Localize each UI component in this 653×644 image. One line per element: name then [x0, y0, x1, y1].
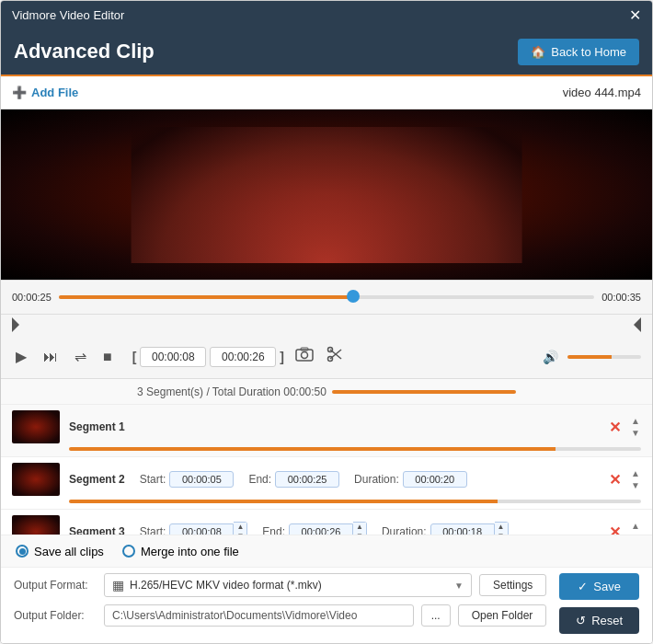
close-button[interactable]: ✕	[629, 6, 641, 24]
segment-2-end-field: End: 00:00:25	[248, 471, 339, 488]
segment-3-up-button[interactable]: ▲	[630, 521, 641, 532]
segment-3-start-spin: 00:00:08 ▲ ▼	[169, 522, 247, 535]
page-title: Advanced Clip	[14, 40, 155, 63]
segment-1-up-button[interactable]: ▲	[630, 416, 641, 427]
time-display: [ 00:00:08 00:00:26 ]	[132, 347, 284, 367]
segment-2-remove-button[interactable]: ✕	[609, 471, 621, 489]
save-checkmark-icon: ✓	[578, 580, 588, 593]
action-buttons: ✓ Save ↺ Reset	[559, 573, 639, 634]
app-window: Vidmore Video Editor ✕ Advanced Clip 🏠 B…	[0, 0, 653, 644]
end-label: End:	[248, 473, 271, 486]
segment-1-arrows: ▲ ▼	[630, 416, 641, 439]
window-title: Vidmore Video Editor	[12, 8, 124, 22]
segment-3-info: Segment 3 Start: 00:00:08 ▲ ▼ End:	[69, 522, 592, 535]
format-label: Output Format:	[14, 579, 97, 592]
segment-3-row-top: Segment 3 Start: 00:00:08 ▲ ▼ End:	[12, 515, 641, 535]
video-thumbnail	[1, 109, 652, 280]
segment-3-remove-button[interactable]: ✕	[609, 523, 621, 535]
segment-2-down-button[interactable]: ▼	[630, 480, 641, 491]
loop-button[interactable]: ⇌	[71, 346, 90, 367]
trim-handle-right[interactable]	[634, 317, 641, 332]
segment-3-thumbnail	[12, 515, 60, 535]
segment-3-start-up[interactable]: ▲	[234, 523, 246, 532]
cut-button[interactable]	[325, 344, 347, 369]
browse-folder-button[interactable]: ...	[421, 604, 451, 627]
format-select[interactable]: ▦ H.265/HEVC MKV video format (*.mkv) ▼	[104, 573, 472, 597]
segment-3-end-spin: 00:00:26 ▲ ▼	[289, 522, 367, 535]
volume-slider[interactable]	[567, 355, 641, 359]
merge-label: Merge into one file	[141, 545, 239, 558]
duration-label: Duration:	[382, 525, 427, 535]
save-all-radio[interactable]	[16, 545, 29, 558]
settings-button[interactable]: Settings	[479, 574, 546, 596]
folder-label: Output Folder:	[14, 609, 97, 622]
segment-2-duration-value: 00:00:20	[403, 471, 467, 488]
timeline-slider[interactable]	[59, 294, 594, 300]
save-all-option[interactable]: Save all clips	[16, 545, 104, 558]
bracket-close: ]	[280, 350, 284, 364]
open-folder-button[interactable]: Open Folder	[458, 604, 547, 627]
segment-3-duration-field: Duration: 00:00:18 ▲ ▼	[382, 522, 509, 535]
snapshot-button[interactable]	[293, 345, 315, 368]
start-time-box[interactable]: 00:00:08	[140, 347, 206, 367]
timeline-end-time: 00:00:35	[601, 292, 641, 303]
segment-2-info: Segment 2 Start: 00:00:05 End: 00:00:25 …	[69, 471, 592, 488]
segment-3-end-value[interactable]: 00:00:26	[289, 523, 353, 535]
start-label: Start:	[140, 525, 166, 535]
end-label: End:	[262, 525, 285, 535]
segment-2-row-top: Segment 2 Start: 00:00:05 End: 00:00:25 …	[12, 463, 641, 496]
save-button[interactable]: ✓ Save	[559, 573, 639, 600]
output-fields: Output Format: ▦ H.265/HEVC MKV video fo…	[14, 573, 546, 634]
segment-1-remove-button[interactable]: ✕	[609, 419, 621, 436]
add-icon: ➕	[12, 86, 27, 99]
controls-bar: ▶ ⏭ ⇌ ■ [ 00:00:08 00:00:26 ] 🔊	[1, 335, 652, 379]
segment-2-duration-field: Duration: 00:00:20	[354, 471, 467, 488]
file-name: video 444.mp4	[563, 86, 641, 99]
trim-handles	[1, 315, 652, 335]
segment-row: Segment 2 Start: 00:00:05 End: 00:00:25 …	[1, 457, 652, 510]
slider-thumb[interactable]	[347, 290, 360, 303]
play-button[interactable]: ▶	[12, 346, 30, 367]
segment-row: Segment 1 ✕ ▲ ▼	[1, 405, 652, 457]
segment-2-up-button[interactable]: ▲	[630, 468, 641, 479]
volume-icon[interactable]: 🔊	[539, 348, 562, 366]
segment-3-label: Segment 3	[69, 525, 125, 535]
segment-3-duration-spin: 00:00:18 ▲ ▼	[430, 522, 509, 535]
segment-3-end-up[interactable]: ▲	[353, 523, 366, 532]
save-options: Save all clips Merge into one file	[1, 535, 652, 568]
save-all-label: Save all clips	[34, 545, 104, 558]
volume-area: 🔊	[539, 348, 641, 366]
merge-option[interactable]: Merge into one file	[122, 545, 239, 558]
start-label: Start:	[140, 473, 166, 486]
svg-point-1	[302, 352, 308, 359]
segment-3-duration-value[interactable]: 00:00:18	[430, 523, 495, 535]
segment-1-thumbnail	[12, 410, 60, 443]
add-file-button[interactable]: ➕ Add File	[12, 86, 78, 99]
stop-button[interactable]: ■	[99, 347, 116, 367]
segment-3-start-value[interactable]: 00:00:08	[169, 523, 234, 535]
segment-1-track	[69, 447, 641, 451]
merge-radio[interactable]	[122, 545, 135, 558]
format-value: H.265/HEVC MKV video format (*.mkv)	[130, 579, 449, 592]
reset-button[interactable]: ↺ Reset	[559, 607, 639, 634]
segment-3-start-spinners: ▲ ▼	[234, 522, 247, 535]
output-folder-row: Output Folder: C:\Users\Administrator\Do…	[14, 604, 546, 627]
back-to-home-button[interactable]: 🏠 Back to Home	[518, 39, 639, 65]
next-frame-button[interactable]: ⏭	[40, 347, 62, 367]
svg-point-5	[328, 348, 333, 352]
segment-3-duration-spinners: ▲ ▼	[495, 522, 509, 535]
segments-header: 3 Segment(s) / Total Duration 00:00:50	[1, 379, 652, 405]
duration-label: Duration:	[354, 473, 399, 486]
trim-handle-left[interactable]	[12, 317, 19, 332]
segments-progress-bar	[332, 390, 516, 394]
segment-2-track	[69, 500, 641, 503]
segment-2-start-field: Start: 00:00:05	[140, 471, 235, 488]
title-bar: Vidmore Video Editor ✕	[1, 1, 652, 29]
end-time-box[interactable]: 00:00:26	[210, 347, 276, 367]
header-bar: Advanced Clip 🏠 Back to Home	[1, 29, 652, 76]
segment-row: Segment 3 Start: 00:00:08 ▲ ▼ End:	[1, 510, 652, 535]
segment-1-down-button[interactable]: ▼	[630, 428, 641, 439]
folder-path-display: C:\Users\Administrator\Documents\Vidmore…	[104, 604, 414, 627]
segment-3-dur-up[interactable]: ▲	[495, 523, 508, 532]
segment-2-start-value: 00:00:05	[169, 471, 234, 488]
